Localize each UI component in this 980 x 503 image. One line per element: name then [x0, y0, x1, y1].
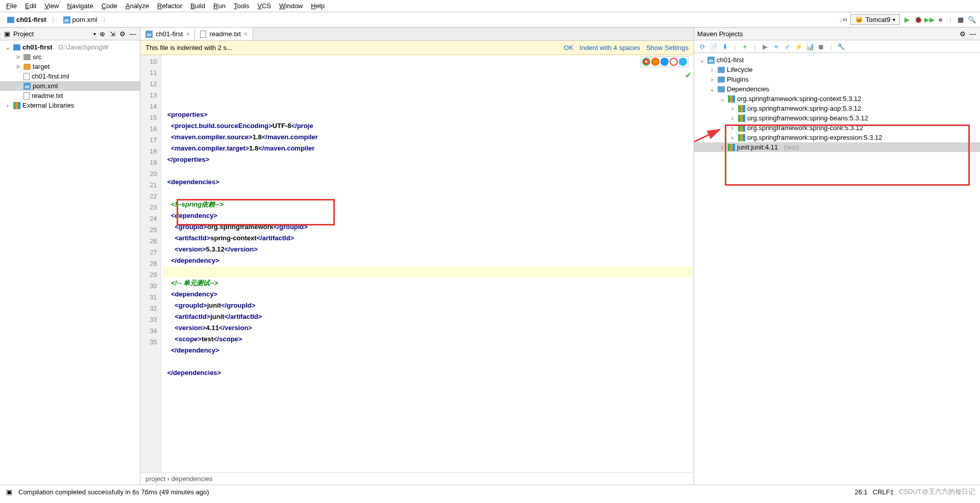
- breadcrumb-file[interactable]: mpom.xml: [60, 15, 101, 24]
- run-button[interactable]: ▶: [903, 16, 911, 24]
- status-icon[interactable]: ▣: [5, 488, 13, 496]
- hide-icon[interactable]: —: [129, 30, 137, 38]
- project-root[interactable]: ⌄ ch01-first G:\Java\SpringW: [0, 42, 140, 52]
- maven-dependencies[interactable]: ⌄Dependencies: [694, 84, 980, 94]
- ie-icon[interactable]: [679, 58, 687, 66]
- tree-item[interactable]: ch01-first.iml: [0, 71, 140, 81]
- layout-icon[interactable]: ▦: [957, 16, 965, 24]
- menu-navigate[interactable]: Navigate: [67, 2, 93, 10]
- close-icon[interactable]: ×: [186, 31, 189, 38]
- maven-lifecycle[interactable]: ›Lifecycle: [694, 65, 980, 74]
- menu-build[interactable]: Build: [190, 2, 205, 10]
- maven-dep-item[interactable]: ›org.springframework:spring-expression:5…: [694, 133, 980, 142]
- nav-row: ch01-first 〉 mpom.xml 〉 ↓01 🐱Tomcat9▾ ▶ …: [0, 12, 980, 28]
- library-icon: [13, 102, 20, 109]
- menu-analyze[interactable]: Analyze: [126, 2, 149, 10]
- execute-icon[interactable]: ≡: [772, 42, 780, 51]
- maven-toolbar: ⟳ 📄 ⬇ | + | ▶ ≡ ⫽ ⚡ 📊 ≣ | 🔧: [694, 40, 980, 53]
- expand-icon[interactable]: ›: [4, 102, 11, 109]
- folder-icon: [718, 86, 725, 92]
- expand-icon[interactable]: >: [14, 53, 21, 61]
- tree-item[interactable]: >target: [0, 62, 140, 71]
- library-icon: [728, 144, 735, 151]
- line-separator[interactable]: CRLF‡: [873, 488, 894, 496]
- indent-notification: This file is indented with 2 s... OK Ind…: [140, 41, 694, 55]
- close-icon[interactable]: ×: [244, 31, 248, 38]
- maven-dep-item[interactable]: ›org.springframework:spring-aop:5.3.12: [694, 104, 980, 113]
- menu-edit[interactable]: Edit: [25, 2, 36, 10]
- notification-indent[interactable]: Indent with 4 spaces: [579, 44, 640, 52]
- folder-icon: [718, 77, 725, 83]
- maven-dep-junit[interactable]: ›junit:junit:4.11 (test): [694, 142, 980, 152]
- chrome-icon[interactable]: [642, 58, 650, 66]
- maven-panel-title: Maven Projects: [697, 30, 957, 38]
- menu-run[interactable]: Run: [213, 2, 226, 10]
- expand-icon[interactable]: [14, 92, 21, 99]
- expand-all-icon[interactable]: ≣: [817, 42, 825, 51]
- graph-icon[interactable]: 📊: [806, 42, 814, 51]
- cursor-position[interactable]: 26:1: [855, 488, 868, 496]
- menu-code[interactable]: Code: [102, 2, 117, 10]
- library-icon: [728, 95, 735, 103]
- offline-icon[interactable]: ⚡: [795, 42, 803, 51]
- tree-item[interactable]: >src: [0, 52, 140, 62]
- add-icon[interactable]: +: [741, 42, 749, 51]
- run-with-coverage-button[interactable]: ▶▶: [925, 16, 934, 24]
- safari-icon[interactable]: [660, 58, 669, 66]
- stop-button[interactable]: ■: [937, 16, 945, 24]
- expand-icon[interactable]: [14, 82, 21, 90]
- search-icon[interactable]: 🔍: [968, 16, 976, 24]
- expand-icon[interactable]: ⌄: [4, 43, 11, 51]
- editor-breadcrumb[interactable]: project › dependencies: [140, 472, 694, 485]
- bulb-icon[interactable]: 💡: [161, 255, 163, 266]
- editor-tab[interactable]: mch01-first×: [140, 28, 195, 40]
- reimport-icon[interactable]: ⟳: [698, 42, 706, 51]
- project-panel-title: Project: [13, 30, 91, 38]
- menu-vcs[interactable]: VCS: [257, 2, 271, 10]
- maven-dep-item[interactable]: ›org.springframework:spring-core:5.3.12: [694, 123, 980, 133]
- breadcrumb-project[interactable]: ch01-first: [4, 15, 50, 24]
- notification-show-settings[interactable]: Show Settings: [646, 44, 689, 52]
- expand-icon[interactable]: >: [14, 63, 21, 70]
- maven-plugins[interactable]: ›Plugins: [694, 74, 980, 84]
- sync-icon[interactable]: ↓01: [839, 16, 847, 24]
- gear-icon[interactable]: ⚙: [959, 30, 967, 38]
- tree-item[interactable]: readme.txt: [0, 91, 140, 100]
- menu-refactor[interactable]: Refactor: [157, 2, 182, 10]
- maven-dep-item[interactable]: ›org.springframework:spring-beans:5.3.12: [694, 113, 980, 123]
- hide-icon[interactable]: —: [969, 30, 977, 38]
- expand-icon[interactable]: [14, 72, 21, 80]
- chevron-icon: 〉: [52, 15, 58, 24]
- toolbar-right: ↓01 🐱Tomcat9▾ ▶ 🐞 ▶▶ ■ | ▦ 🔍: [839, 14, 976, 25]
- code-editor[interactable]: 1011121314151617181920212223242526272829…: [140, 55, 694, 472]
- download-icon[interactable]: ⬇: [721, 42, 729, 51]
- debug-button[interactable]: 🐞: [914, 16, 922, 24]
- menu-view[interactable]: View: [44, 2, 59, 10]
- target-icon[interactable]: ⊕: [98, 30, 106, 38]
- external-libraries[interactable]: › External Libraries: [0, 100, 140, 110]
- run-icon[interactable]: ▶: [761, 42, 769, 51]
- library-icon: [738, 124, 745, 132]
- maven-panel-header: Maven Projects ⚙ —: [694, 28, 980, 40]
- maven-root[interactable]: ⌄mch01-first: [694, 55, 980, 65]
- collapse-icon[interactable]: ⇲: [108, 30, 116, 38]
- menu-file[interactable]: File: [6, 2, 17, 10]
- gear-icon[interactable]: ⚙: [118, 30, 127, 38]
- toggle-icon[interactable]: ⫽: [783, 42, 792, 51]
- opera-icon[interactable]: [670, 58, 678, 66]
- tree-item[interactable]: mpom.xml: [0, 81, 140, 91]
- menu-tools[interactable]: Tools: [234, 2, 249, 10]
- maven-panel: Maven Projects ⚙ — ⟳ 📄 ⬇ | + | ▶ ≡ ⫽ ⚡ 📊…: [694, 28, 980, 485]
- code-content[interactable]: ✔ <properties> <project.build.sourceEnco…: [161, 55, 694, 472]
- main-area: ▣ Project ▾ ⊕ ⇲ ⚙ — ⌄ ch01-first G:\Java…: [0, 28, 980, 485]
- generate-icon[interactable]: 📄: [709, 42, 718, 51]
- firefox-icon[interactable]: [651, 58, 659, 66]
- settings-icon[interactable]: 🔧: [837, 42, 845, 51]
- notification-ok[interactable]: OK: [564, 44, 574, 52]
- editor-tab[interactable]: readme.txt×: [195, 28, 253, 40]
- run-config-combo[interactable]: 🐱Tomcat9▾: [850, 14, 899, 25]
- maven-dep-parent[interactable]: ⌄org.springframework:spring-context:5.3.…: [694, 94, 980, 104]
- dropdown-icon[interactable]: ▾: [93, 31, 96, 37]
- menu-window[interactable]: Window: [279, 2, 303, 10]
- menu-help[interactable]: Help: [311, 2, 325, 10]
